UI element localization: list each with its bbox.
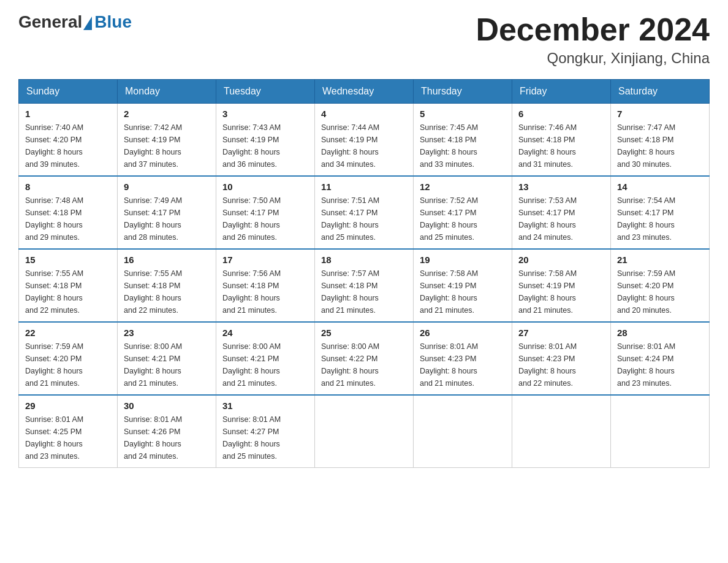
day-number: 16 <box>124 255 210 265</box>
table-row: 7Sunrise: 7:47 AMSunset: 4:18 PMDaylight… <box>611 104 710 177</box>
header-sunday: Sunday <box>19 80 118 104</box>
table-row: 10Sunrise: 7:50 AMSunset: 4:17 PMDayligh… <box>216 176 315 249</box>
table-row: 18Sunrise: 7:57 AMSunset: 4:18 PMDayligh… <box>315 249 414 322</box>
day-number: 11 <box>321 182 407 192</box>
day-number: 29 <box>25 400 111 411</box>
table-row: 23Sunrise: 8:00 AMSunset: 4:21 PMDayligh… <box>118 322 216 395</box>
header-wednesday: Wednesday <box>315 80 414 104</box>
header-thursday: Thursday <box>414 80 512 104</box>
day-number: 3 <box>222 109 308 119</box>
week-row-1: 1Sunrise: 7:40 AMSunset: 4:20 PMDaylight… <box>19 104 710 177</box>
day-info: Sunrise: 7:51 AMSunset: 4:17 PMDaylight:… <box>321 194 407 243</box>
table-row: 22Sunrise: 7:59 AMSunset: 4:20 PMDayligh… <box>19 322 118 395</box>
day-info: Sunrise: 7:59 AMSunset: 4:20 PMDaylight:… <box>617 267 703 316</box>
header-saturday: Saturday <box>611 80 710 104</box>
day-number: 20 <box>518 255 604 265</box>
table-row: 5Sunrise: 7:45 AMSunset: 4:18 PMDaylight… <box>414 104 512 177</box>
table-row: 14Sunrise: 7:54 AMSunset: 4:17 PMDayligh… <box>611 176 710 249</box>
table-row <box>414 395 512 468</box>
title-block: December 2024 Qongkur, Xinjiang, China <box>476 12 710 67</box>
logo-blue-text: Blue <box>94 12 132 32</box>
day-number: 23 <box>124 327 210 338</box>
day-number: 1 <box>25 109 111 119</box>
day-info: Sunrise: 7:54 AMSunset: 4:17 PMDaylight:… <box>617 194 703 243</box>
calendar-table: SundayMondayTuesdayWednesdayThursdayFrid… <box>18 79 710 468</box>
week-row-2: 8Sunrise: 7:48 AMSunset: 4:18 PMDaylight… <box>19 176 710 249</box>
logo-triangle-icon <box>83 17 92 30</box>
day-number: 28 <box>617 327 703 338</box>
table-row: 4Sunrise: 7:44 AMSunset: 4:19 PMDaylight… <box>315 104 414 177</box>
day-info: Sunrise: 8:01 AMSunset: 4:27 PMDaylight:… <box>222 413 308 462</box>
logo-general-text: General <box>18 12 82 32</box>
day-number: 25 <box>321 327 407 338</box>
table-row: 20Sunrise: 7:58 AMSunset: 4:19 PMDayligh… <box>512 249 611 322</box>
table-row <box>512 395 611 468</box>
day-number: 12 <box>420 182 506 192</box>
day-info: Sunrise: 7:55 AMSunset: 4:18 PMDaylight:… <box>124 267 210 316</box>
day-number: 27 <box>518 327 604 338</box>
day-info: Sunrise: 7:44 AMSunset: 4:19 PMDaylight:… <box>321 121 407 170</box>
day-info: Sunrise: 7:49 AMSunset: 4:17 PMDaylight:… <box>124 194 210 243</box>
day-info: Sunrise: 7:48 AMSunset: 4:18 PMDaylight:… <box>25 194 111 243</box>
day-info: Sunrise: 7:47 AMSunset: 4:18 PMDaylight:… <box>617 121 703 170</box>
day-number: 19 <box>420 255 506 265</box>
day-number: 2 <box>124 109 210 119</box>
day-info: Sunrise: 8:00 AMSunset: 4:22 PMDaylight:… <box>321 340 407 389</box>
day-number: 18 <box>321 255 407 265</box>
day-number: 26 <box>420 327 506 338</box>
table-row: 28Sunrise: 8:01 AMSunset: 4:24 PMDayligh… <box>611 322 710 395</box>
day-number: 22 <box>25 327 111 338</box>
day-number: 4 <box>321 109 407 119</box>
table-row: 8Sunrise: 7:48 AMSunset: 4:18 PMDaylight… <box>19 176 118 249</box>
day-number: 17 <box>222 255 308 265</box>
day-number: 10 <box>222 182 308 192</box>
table-row: 13Sunrise: 7:53 AMSunset: 4:17 PMDayligh… <box>512 176 611 249</box>
week-row-3: 15Sunrise: 7:55 AMSunset: 4:18 PMDayligh… <box>19 249 710 322</box>
month-title: December 2024 <box>476 12 710 47</box>
day-number: 21 <box>617 255 703 265</box>
day-number: 7 <box>617 109 703 119</box>
day-number: 14 <box>617 182 703 192</box>
header-tuesday: Tuesday <box>216 80 315 104</box>
day-info: Sunrise: 7:42 AMSunset: 4:19 PMDaylight:… <box>124 121 210 170</box>
header-row: SundayMondayTuesdayWednesdayThursdayFrid… <box>19 80 710 104</box>
table-row: 25Sunrise: 8:00 AMSunset: 4:22 PMDayligh… <box>315 322 414 395</box>
day-info: Sunrise: 7:57 AMSunset: 4:18 PMDaylight:… <box>321 267 407 316</box>
day-number: 24 <box>222 327 308 338</box>
day-number: 30 <box>124 400 210 411</box>
table-row: 1Sunrise: 7:40 AMSunset: 4:20 PMDaylight… <box>19 104 118 177</box>
header-monday: Monday <box>118 80 216 104</box>
table-row: 21Sunrise: 7:59 AMSunset: 4:20 PMDayligh… <box>611 249 710 322</box>
day-info: Sunrise: 8:00 AMSunset: 4:21 PMDaylight:… <box>124 340 210 389</box>
table-row: 30Sunrise: 8:01 AMSunset: 4:26 PMDayligh… <box>118 395 216 468</box>
table-row: 3Sunrise: 7:43 AMSunset: 4:19 PMDaylight… <box>216 104 315 177</box>
day-info: Sunrise: 7:45 AMSunset: 4:18 PMDaylight:… <box>420 121 506 170</box>
day-info: Sunrise: 8:01 AMSunset: 4:25 PMDaylight:… <box>25 413 111 462</box>
day-info: Sunrise: 7:59 AMSunset: 4:20 PMDaylight:… <box>25 340 111 389</box>
header-friday: Friday <box>512 80 611 104</box>
table-row: 12Sunrise: 7:52 AMSunset: 4:17 PMDayligh… <box>414 176 512 249</box>
logo: General Blue <box>18 12 132 32</box>
table-row: 16Sunrise: 7:55 AMSunset: 4:18 PMDayligh… <box>118 249 216 322</box>
day-info: Sunrise: 8:01 AMSunset: 4:23 PMDaylight:… <box>518 340 604 389</box>
day-number: 5 <box>420 109 506 119</box>
day-info: Sunrise: 7:43 AMSunset: 4:19 PMDaylight:… <box>222 121 308 170</box>
table-row: 31Sunrise: 8:01 AMSunset: 4:27 PMDayligh… <box>216 395 315 468</box>
table-row: 2Sunrise: 7:42 AMSunset: 4:19 PMDaylight… <box>118 104 216 177</box>
table-row: 26Sunrise: 8:01 AMSunset: 4:23 PMDayligh… <box>414 322 512 395</box>
day-info: Sunrise: 7:58 AMSunset: 4:19 PMDaylight:… <box>420 267 506 316</box>
table-row: 24Sunrise: 8:00 AMSunset: 4:21 PMDayligh… <box>216 322 315 395</box>
day-info: Sunrise: 7:50 AMSunset: 4:17 PMDaylight:… <box>222 194 308 243</box>
day-number: 15 <box>25 255 111 265</box>
day-info: Sunrise: 7:46 AMSunset: 4:18 PMDaylight:… <box>518 121 604 170</box>
day-info: Sunrise: 8:00 AMSunset: 4:21 PMDaylight:… <box>222 340 308 389</box>
table-row: 9Sunrise: 7:49 AMSunset: 4:17 PMDaylight… <box>118 176 216 249</box>
week-row-4: 22Sunrise: 7:59 AMSunset: 4:20 PMDayligh… <box>19 322 710 395</box>
table-row: 19Sunrise: 7:58 AMSunset: 4:19 PMDayligh… <box>414 249 512 322</box>
day-info: Sunrise: 8:01 AMSunset: 4:24 PMDaylight:… <box>617 340 703 389</box>
table-row <box>315 395 414 468</box>
table-row: 11Sunrise: 7:51 AMSunset: 4:17 PMDayligh… <box>315 176 414 249</box>
day-number: 31 <box>222 400 308 411</box>
day-info: Sunrise: 7:53 AMSunset: 4:17 PMDaylight:… <box>518 194 604 243</box>
table-row: 27Sunrise: 8:01 AMSunset: 4:23 PMDayligh… <box>512 322 611 395</box>
